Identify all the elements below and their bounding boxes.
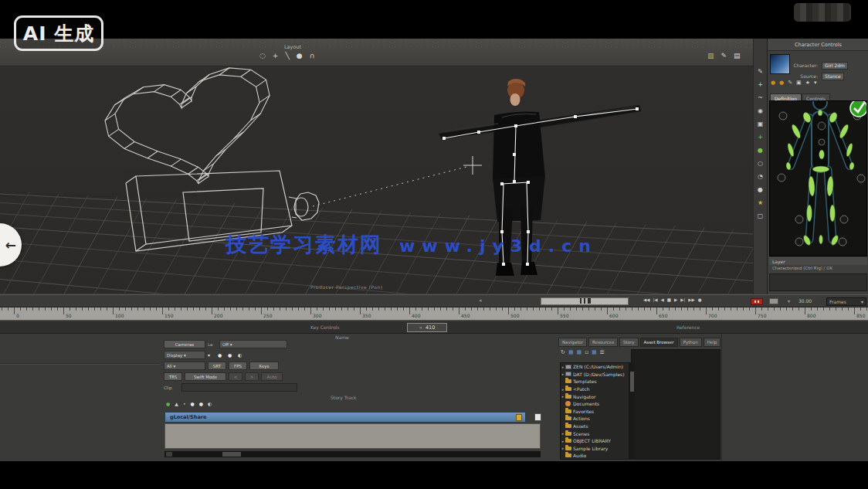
widget--[interactable]: ◐ — [238, 351, 247, 359]
edit-icon[interactable]: ✎ — [788, 80, 792, 86]
sphere2-icon[interactable]: ● — [199, 401, 203, 406]
curve-tool-icon[interactable]: ~ — [758, 94, 763, 102]
tree-scrollbar[interactable] — [629, 362, 635, 460]
timer-tool-icon[interactable]: ◔ — [758, 173, 763, 181]
stop-button[interactable]: ■ — [667, 297, 671, 302]
widget-swift-mode[interactable]: Swift Mode — [185, 372, 226, 381]
tree-item[interactable]: ▸<Patch — [561, 385, 629, 393]
spine-node[interactable] — [819, 139, 825, 145]
grid-view-icon[interactable]: ▦ — [592, 349, 597, 355]
move-tool-icon[interactable]: + — [758, 81, 763, 89]
tree-item[interactable]: ▸Navigator — [561, 392, 629, 400]
sphere1-icon[interactable]: ● — [190, 401, 194, 406]
head-node[interactable] — [813, 101, 827, 110]
character-thumbnail[interactable] — [770, 54, 790, 74]
widget-input[interactable] — [181, 383, 297, 392]
next-frame-button[interactable]: ▶| — [680, 297, 685, 302]
tree-item[interactable]: ▸Scenes — [561, 430, 629, 437]
tree-item[interactable]: ▸ZEN (C:/Users/Admin) — [561, 363, 629, 371]
keying-orange2-icon[interactable]: ● — [779, 80, 784, 86]
character-tool-icon[interactable]: ● — [758, 147, 763, 155]
timeline-ruler[interactable]: 0501001502002503003504004505005506006507… — [0, 307, 868, 321]
tree-item[interactable]: Audio — [561, 452, 629, 460]
tree-item[interactable]: Actions — [561, 415, 629, 423]
source-field-value[interactable]: Stance — [822, 73, 844, 80]
next-key-button[interactable]: ▶▶ — [688, 297, 694, 302]
tree-item[interactable]: ▸OBJECT LIBRARY — [561, 437, 629, 445]
prev-frame-button[interactable]: ◀ — [661, 297, 664, 302]
widget->[interactable]: > — [245, 372, 259, 381]
dot-tool-icon[interactable]: ● — [758, 186, 763, 194]
list-view-icon[interactable]: ▦ — [577, 349, 582, 355]
prev-key-button[interactable]: |◀ — [653, 297, 657, 302]
track-lock-icon[interactable] — [516, 414, 522, 421]
widget-off[interactable]: Off ▾ — [219, 340, 287, 348]
small-view-icon[interactable]: ▫ — [585, 349, 588, 355]
mirror-icon[interactable]: ▣ — [796, 80, 802, 86]
take-folder-icon[interactable] — [769, 298, 778, 304]
detail-view-icon[interactable]: ☰ — [600, 349, 605, 355]
widget--[interactable]: ▾ — [208, 351, 215, 359]
widget-<[interactable]: < — [229, 372, 242, 381]
half-sphere-icon[interactable]: ◐ — [208, 401, 212, 406]
widget--[interactable]: ● — [218, 351, 225, 359]
skip-to-start-button[interactable]: ◀◀ — [643, 297, 649, 302]
time-mode-select[interactable]: Frames ▾ — [826, 297, 866, 306]
cursor-icon[interactable]: ▲ — [175, 401, 178, 406]
thumb-view-icon[interactable]: ▦ — [568, 349, 574, 355]
widget-cameras[interactable]: Cameras — [164, 340, 205, 348]
translate-icon[interactable]: + — [273, 52, 279, 59]
asset-tab-help[interactable]: Help — [704, 338, 721, 347]
heart-camera-wireframe[interactable] — [105, 68, 270, 184]
tree-item[interactable]: ▸DAT (D:/Dev/Samples) — [561, 371, 629, 379]
frame-tool-icon[interactable]: ▢ — [758, 212, 764, 220]
curve-icon[interactable]: ╲ — [285, 52, 289, 59]
panel-tool-icon[interactable]: ▣ — [758, 121, 764, 128]
widget-display[interactable]: Display ▾ — [164, 351, 205, 359]
scroll-stub[interactable] — [166, 452, 172, 457]
dot-icon[interactable]: • — [183, 401, 186, 406]
footer-label[interactable]: Layer — [769, 257, 867, 265]
fps-dropdown-arrow[interactable]: ▾ — [788, 298, 790, 304]
record-green-icon[interactable]: ● — [166, 401, 170, 406]
sphere-white-icon[interactable]: ○ — [758, 160, 763, 168]
asset-tab-asset-browser[interactable]: Asset Browser — [640, 338, 678, 347]
scroll-handle[interactable] — [222, 452, 241, 457]
chest-node[interactable] — [818, 122, 826, 130]
transport-mini-icon[interactable]: ◂ — [479, 297, 482, 304]
asset-preview-area[interactable] — [631, 349, 721, 460]
notes-icon[interactable]: ▤ — [734, 52, 741, 59]
more-icon[interactable]: ▾ — [814, 80, 817, 86]
asset-tab-resources[interactable]: Resources — [588, 338, 618, 347]
key-icon[interactable]: ★ — [805, 80, 810, 86]
arc-icon[interactable]: ∩ — [310, 52, 315, 59]
tree-item[interactable]: Assets — [561, 423, 629, 430]
tree-item[interactable]: Favorites — [561, 408, 629, 416]
widget-srt[interactable]: SRT — [208, 362, 226, 370]
gradient-bar-icon[interactable]: ▥ — [707, 52, 714, 59]
track-option-icon[interactable] — [534, 413, 541, 421]
sphere-tool-icon[interactable]: ◉ — [758, 107, 763, 115]
play-button[interactable]: ▶ — [674, 297, 677, 302]
selected-track-row[interactable]: gLocal/Share — [164, 412, 526, 423]
tree-item[interactable]: Documents — [561, 400, 629, 408]
orbit-icon[interactable]: ◌ — [259, 52, 266, 59]
keying-orange-icon[interactable]: ● — [771, 80, 775, 86]
track-lane-area[interactable] — [164, 423, 541, 449]
current-frame-box[interactable]: ≡ 410 — [407, 323, 447, 332]
asset-tab-story[interactable]: Story — [619, 338, 639, 347]
key-tool-icon[interactable]: ★ — [758, 199, 763, 207]
pen-tool-icon[interactable]: ✎ — [758, 68, 763, 76]
tree-item[interactable]: Templates — [561, 378, 629, 385]
character-definition-map[interactable] — [769, 100, 867, 256]
time-scrubber[interactable] — [541, 297, 629, 305]
widget-fps[interactable]: FPS — [229, 362, 247, 370]
story-scrollbar[interactable] — [164, 451, 541, 457]
asset-tab-python[interactable]: Python — [680, 338, 702, 347]
tree-item[interactable]: ▸Sample Library — [561, 445, 629, 453]
asset-tab-navigator[interactable]: Navigator — [558, 338, 587, 347]
point-icon[interactable]: ● — [297, 52, 303, 59]
widget--[interactable]: ● — [228, 351, 236, 359]
widget-auto[interactable]: Auto — [261, 372, 283, 381]
loop-button[interactable]: ● — [698, 297, 702, 302]
